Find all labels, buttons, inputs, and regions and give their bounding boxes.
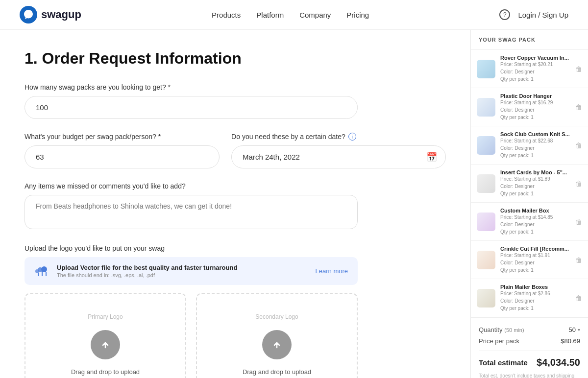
page-layout: 1. Order Request Information How many sw… [0, 30, 588, 378]
swag-item-info-4: Custom Mailer Box Price: Starting at $14… [500, 208, 570, 236]
budget-col: What's your budget per swag pack/person?… [24, 133, 220, 168]
budget-label: What's your budget per swag pack/person?… [24, 133, 220, 141]
delete-swag-item-2[interactable]: 🗑 [575, 142, 582, 149]
login-link[interactable]: Login / Sign Up [518, 11, 568, 19]
swag-item-image-2 [477, 136, 495, 155]
total-estimate-label: Total estimate [479, 358, 528, 367]
swag-item-image-3 [477, 174, 495, 193]
date-info-icon[interactable]: i [348, 133, 356, 141]
drag-drop-text-primary: Drag and drop to upload [71, 368, 140, 376]
comments-section: Any items we missed or comments you'd li… [24, 182, 446, 231]
swag-items-list: Rover Copper Vacuum In... Price: Startin… [471, 50, 588, 317]
header-right: ? Login / Sign Up [499, 9, 568, 20]
swag-item-qty-4: Qty per pack: 1 [500, 228, 570, 236]
logo-upload-row: Primary Logo Drag and drop to upload or … [24, 293, 358, 378]
swag-item-info-2: Sock Club Custom Knit S... Price: Starti… [500, 131, 570, 159]
learn-more-link[interactable]: Learn more [316, 267, 348, 275]
sidebar-footer: Quantity (50 min) 50 ▾ Price per pack $8… [471, 317, 588, 378]
nav-platform[interactable]: Platform [256, 11, 284, 19]
delete-swag-item-6[interactable]: 🗑 [575, 294, 582, 302]
upload-banner-sub-text: The file should end in: .svg, .eps, .ai,… [57, 272, 237, 278]
swag-item-qty-2: Qty per pack: 1 [500, 152, 570, 159]
help-icon[interactable]: ? [499, 9, 510, 20]
swag-item-name-2: Sock Club Custom Knit S... [500, 131, 570, 137]
delete-swag-item-4[interactable]: 🗑 [575, 218, 582, 226]
chevron-down-icon: ▾ [578, 327, 580, 332]
swag-list-item: Plastic Door Hanger Price: Starting at $… [471, 88, 588, 126]
secondary-upload-arrow [262, 330, 292, 359]
swag-item-price-4: Price: Starting at $14.85 [500, 213, 570, 221]
price-per-pack-row: Price per pack $80.69 [479, 337, 580, 345]
header: swagup Products Platform Company Pricing… [0, 0, 588, 30]
swag-item-name-0: Rover Copper Vacuum In... [500, 55, 570, 61]
main-content: 1. Order Request Information How many sw… [0, 30, 470, 378]
swag-item-qty-1: Qty per pack: 1 [500, 114, 570, 121]
price-per-pack-value: $80.69 [561, 337, 580, 345]
quantity-row: Quantity (50 min) 50 ▾ [479, 326, 580, 333]
delete-swag-item-3[interactable]: 🗑 [575, 180, 582, 188]
swag-item-info-1: Plastic Door Hanger Price: Starting at $… [500, 93, 570, 121]
swag-list-item: Rover Copper Vacuum In... Price: Startin… [471, 50, 588, 88]
swagup-logo-icon [20, 6, 37, 24]
swag-item-qty-6: Qty per pack: 1 [500, 305, 570, 312]
calendar-icon: 📅 [426, 152, 437, 163]
swag-item-info-6: Plain Mailer Boxes Price: Starting at $2… [500, 284, 570, 312]
swag-item-image-6 [477, 289, 495, 307]
delete-swag-item-0[interactable]: 🗑 [575, 65, 582, 73]
swag-item-price-2: Price: Starting at $22.68 [500, 137, 570, 144]
swag-item-color-3: Color: Designer [500, 183, 570, 190]
drag-drop-text-secondary: Drag and drop to upload [243, 368, 311, 376]
comments-input[interactable] [24, 195, 358, 229]
upload-banner: Upload Vector file for the best quality … [24, 257, 358, 285]
delete-swag-item-1[interactable]: 🗑 [575, 103, 582, 111]
date-label: Do you need these by a certain date? [231, 133, 345, 141]
swag-item-color-4: Color: Designer [500, 221, 570, 228]
nav-pricing[interactable]: Pricing [346, 11, 369, 19]
swag-item-name-3: Insert Cards by Moo - 5"... [500, 169, 570, 175]
logo-area: swagup [20, 6, 81, 24]
quantity-input[interactable] [24, 96, 358, 119]
secondary-logo-upload[interactable]: Secondary Logo Drag and drop to upload o… [196, 293, 358, 378]
quantity-min-label: (50 min) [504, 327, 524, 333]
logo-text: swagup [41, 8, 81, 21]
swag-item-qty-3: Qty per pack: 1 [500, 190, 570, 197]
swag-list-item: Sock Club Custom Knit S... Price: Starti… [471, 126, 588, 165]
date-input-wrapper: 📅 [231, 145, 446, 168]
primary-logo-upload[interactable]: Primary Logo Drag and drop to upload or … [24, 293, 186, 378]
swag-item-color-6: Color: Designer [500, 297, 570, 305]
primary-upload-arrow [91, 330, 120, 359]
swag-item-color-0: Color: Designer [500, 68, 570, 75]
swag-item-color-5: Color: Designer [500, 259, 570, 266]
sidebar-header: YOUR SWAG PACK [471, 30, 588, 50]
primary-logo-label: Primary Logo [88, 313, 122, 320]
swag-item-info-5: Crinkle Cut Fill [Recomm... Price: Start… [500, 246, 570, 274]
comments-label: Any items we missed or comments you'd li… [24, 182, 446, 190]
total-row: Total estimate $4,034.50 [479, 357, 580, 368]
qty-label-group: Quantity (50 min) [479, 326, 524, 333]
swag-item-qty-5: Qty per pack: 1 [500, 266, 570, 274]
nav-products[interactable]: Products [212, 11, 241, 19]
swag-item-name-5: Crinkle Cut Fill [Recomm... [500, 246, 570, 252]
swag-item-color-2: Color: Designer [500, 144, 570, 152]
nav-company[interactable]: Company [299, 11, 331, 19]
budget-input[interactable] [24, 145, 220, 168]
page-title: 1. Order Request Information [24, 49, 446, 68]
swag-list-item: Insert Cards by Moo - 5"... Price: Start… [471, 165, 588, 203]
swag-item-image-0 [477, 60, 495, 78]
upload-banner-info: Upload Vector file for the best quality … [57, 264, 237, 278]
upload-banner-left: Upload Vector file for the best quality … [34, 264, 237, 278]
upload-vector-icon [34, 266, 50, 277]
swag-item-image-1 [477, 98, 495, 117]
swag-item-info-0: Rover Copper Vacuum In... Price: Startin… [500, 55, 570, 83]
swag-list-item: Plain Mailer Boxes Price: Starting at $2… [471, 279, 588, 317]
swag-item-price-1: Price: Starting at $16.29 [500, 99, 570, 106]
quantity-section: How many swag packs are you looking to g… [24, 83, 446, 119]
budget-date-row: What's your budget per swag pack/person?… [24, 133, 446, 168]
date-input[interactable] [231, 145, 446, 168]
quantity-label: How many swag packs are you looking to g… [24, 83, 446, 91]
swag-item-image-5 [477, 251, 495, 269]
secondary-logo-label: Secondary Logo [255, 313, 298, 320]
quantity-sidebar-value[interactable]: 50 ▾ [569, 326, 580, 333]
quantity-sidebar-label: Quantity [479, 326, 502, 333]
delete-swag-item-5[interactable]: 🗑 [575, 256, 582, 264]
